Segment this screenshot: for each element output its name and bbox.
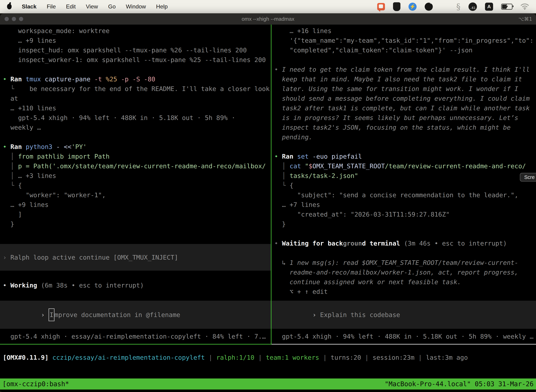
text-segment: workspace_mode: worktree [3, 27, 110, 34]
text-segment: OMX_TEAM_STATE_ROOT [312, 163, 385, 170]
wifi-icon[interactable] [521, 4, 529, 10]
omx-status-line: [OMX#0.11.9] cczip/essay/ai-reimplementa… [3, 353, 536, 362]
menu-item-edit[interactable]: Edit [66, 3, 76, 10]
text-segment: } [3, 220, 14, 228]
text-segment: (3m 46s • esc to interrupt) [404, 240, 507, 247]
text-segment: ] [3, 211, 22, 218]
text-segment: capture-pane [45, 75, 94, 83]
text-segment: Ralph loop active continue [OMX_TMUX_INJ… [10, 254, 178, 261]
terminal-line: [OMX#0.11.9] cczip/essay/ai-reimplementa… [3, 353, 536, 362]
text-segment: later. Using the same for transition mig… [274, 85, 518, 92]
close-button[interactable] [5, 17, 9, 21]
text-segment: } [274, 220, 286, 228]
bolt-blue-icon[interactable]: ⚡ [408, 3, 416, 11]
text-segment: … +110 lines [3, 104, 56, 112]
dots-grid-icon[interactable] [441, 3, 448, 10]
text-segment: should send a message before completing … [274, 95, 530, 102]
text-segment: (6m 38s • esc to interrupt) [41, 282, 144, 289]
badge-61-icon[interactable]: ..61 [469, 2, 477, 11]
menu-item-file[interactable]: File [47, 3, 56, 10]
terminal-line [274, 142, 536, 152]
text-segment: /team/review-current-readme-and-reco/ [385, 163, 526, 170]
menu-item-help[interactable]: Help [156, 3, 168, 10]
keyboard-a-icon[interactable]: A [485, 3, 493, 11]
text-segment: python3 [26, 143, 56, 150]
terminal-line: later. Using the same for transition mig… [274, 84, 536, 93]
text-segment: task2 after task1 is complete, but can I… [274, 104, 530, 112]
text-segment: ⌥ + ↑ edit [274, 288, 328, 295]
shield-grid-icon[interactable] [393, 2, 400, 11]
battery-charging-icon[interactable] [501, 4, 512, 10]
terminal-line: … +7 lines [274, 200, 536, 210]
text-segment: gpt-5.4 xhigh · 94% left · 488K in · 5.1… [3, 114, 235, 121]
squiggle-icon[interactable]: § [456, 2, 460, 11]
text-segment: weekly … [3, 124, 41, 131]
menu-item-go[interactable]: Go [108, 3, 116, 10]
text-segment: at [3, 95, 18, 102]
terminal-line: gpt-5.4 xhigh · 94% left · 488K in · 5.1… [3, 113, 271, 123]
pane-worker-right[interactable]: … +16 lines '{"team_name":"my-team","tas… [272, 25, 536, 344]
terminal-line: pending. [274, 132, 536, 142]
tmux-status-bar[interactable]: [omx-cczip0:bash* "MacBook-Pro-44.local"… [0, 378, 536, 390]
menu-item-slack[interactable]: Slack [22, 3, 37, 10]
minimize-button[interactable] [12, 17, 16, 21]
text-segment: keep that in mind. Maybe I also need the… [274, 75, 522, 83]
terminal-line: } [3, 219, 271, 229]
menu-item-window[interactable]: Window [126, 3, 146, 10]
moon-crescent-icon[interactable] [425, 3, 433, 11]
left-prompt-input[interactable]: › Improve documentation in @filename [0, 301, 271, 329]
text-segment: Ran [10, 143, 26, 150]
text-segment: • [3, 143, 10, 150]
horizontal-pane-border[interactable] [0, 344, 536, 345]
pane-worker-left[interactable]: workspace_mode: worktree … +9 lines insp… [0, 25, 271, 344]
text-segment: turns:20 [330, 354, 365, 361]
text-segment: "created_at": "2026-03-31T11:59:27.816Z" [274, 211, 450, 218]
terminal-line: • Ran python3 - <<'PY' [3, 142, 271, 152]
text-segment: $ [309, 163, 312, 170]
omx-hud-pane: [OMX#0.11.9] cczip/essay/ai-reimplementa… [0, 345, 536, 378]
tmux-host-clock: "MacBook-Pro-44.local" 05:03 31-Mar-26 [385, 380, 534, 388]
text-segment: └ [3, 182, 18, 189]
apple-icon[interactable] [7, 4, 12, 9]
text-segment: … +16 lines [274, 27, 331, 34]
terminal-line: inspect_worker-1: omx sparkshell --tmux-… [3, 55, 271, 65]
text-segment: │ [274, 163, 290, 170]
terminal-line: • I need to get the claim token from the… [274, 65, 536, 74]
window-title-bar[interactable]: omx --xhigh --madmax ⌥⌘1 [0, 13, 536, 25]
text-segment: | [323, 354, 330, 361]
text-segment: 'PY' [72, 143, 87, 150]
text-segment: • [274, 66, 282, 73]
terminal-line: └ { [3, 181, 271, 190]
screenshot-overlay-button[interactable]: Scre [520, 173, 536, 182]
working-status: • Working (6m 38s • esc to interrupt) [3, 280, 271, 290]
terminal-line: • Working (6m 38s • esc to interrupt) [3, 280, 271, 290]
terminal-line: ↳ 1 new msg(s): read $OMX_TEAM_STATE_ROO… [274, 258, 536, 267]
terminal-line: } [274, 219, 536, 229]
text-segment: set [297, 153, 312, 160]
text-segment: -euo pipefail [312, 153, 362, 160]
chat-app-icon[interactable] [377, 3, 385, 10]
text-segment: p = Path('.omx/state/team/review-current… [18, 163, 266, 170]
terminal-line: • Ran tmux capture-pane -t %25 -p -S -80 [3, 74, 271, 84]
text-segment: Ran [282, 153, 297, 160]
text-segment: • [274, 240, 282, 247]
terminal-line: │ … +3 lines [3, 171, 271, 181]
terminal-line: should send a message before completing … [274, 93, 536, 103]
text-segment: ralph:1/10 [216, 354, 258, 361]
text-segment: | [365, 354, 373, 361]
terminal-line: • Waiting for background terminal (3m 46… [274, 238, 536, 248]
terminal-line: "completed","claim_token":"claim-token"}… [274, 45, 536, 55]
text-segment: -t [94, 75, 106, 83]
text-segment: • [3, 282, 10, 289]
text-segment: inspect_worker-1: omx sparkshell --tmux-… [3, 56, 266, 63]
text-segment: • [3, 75, 10, 83]
menu-item-view[interactable]: View [86, 3, 98, 10]
text-segment: cczip/essay/ai-reimplementation-copyleft [53, 354, 209, 361]
text-segment: { [18, 182, 22, 189]
terminal-line: … +9 lines [3, 200, 271, 210]
text-segment: … +7 lines [274, 201, 320, 208]
zoom-button[interactable] [19, 17, 23, 21]
right-prompt-input[interactable]: › Explain this codebase [272, 301, 536, 329]
screenshot-overlay-label: Scre [524, 174, 535, 180]
text-segment: last:3m ago [426, 354, 468, 361]
